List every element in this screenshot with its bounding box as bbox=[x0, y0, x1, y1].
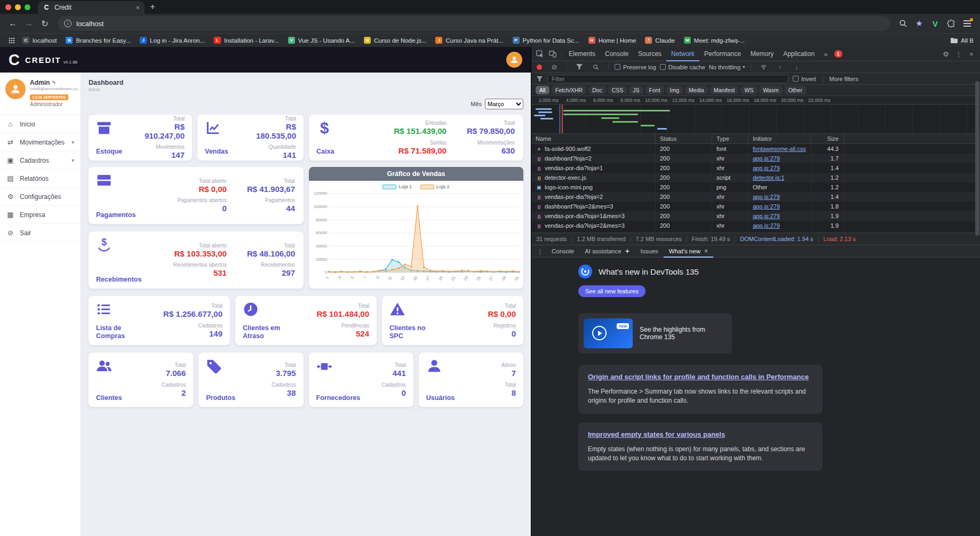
network-request-row[interactable]: {}vendas-por-dia?loja=1200xhrapp.js:2791… bbox=[531, 163, 980, 173]
drawer-tab-issues[interactable]: Issues bbox=[635, 245, 664, 258]
more-filters-button[interactable]: More filters bbox=[830, 76, 858, 82]
close-icon[interactable]: × bbox=[704, 247, 708, 255]
bookmark-item[interactable]: PPython for Data Sc... bbox=[513, 37, 579, 44]
network-request-row[interactable]: Afa-solid-900.woff2200fontfontawesome-al… bbox=[531, 144, 980, 154]
initiator-link[interactable]: app.js:279 bbox=[753, 203, 780, 210]
network-column-header-waterfall[interactable] bbox=[844, 134, 980, 143]
devtools-tab-network[interactable]: Network bbox=[666, 47, 699, 61]
edit-pencil-icon[interactable]: ✎ bbox=[52, 80, 56, 85]
article-heading-link[interactable]: Improved empty states for various panels bbox=[588, 430, 813, 439]
filter-funnel-icon[interactable] bbox=[573, 61, 586, 73]
see-all-new-features-button[interactable]: See all new features bbox=[578, 285, 646, 297]
bookmark-item[interactable]: JCurso Java na Prát... bbox=[435, 37, 503, 44]
network-filter-chip[interactable]: Media bbox=[685, 86, 708, 94]
sidebar-item-configuracoes[interactable]: ⚙Configurações bbox=[0, 188, 81, 206]
sidebar-item-sair[interactable]: ⊘Sair bbox=[0, 224, 81, 242]
initiator-link[interactable]: app.js:279 bbox=[753, 213, 780, 219]
drawer-tab-ai-assistance[interactable]: AI assistance bbox=[579, 245, 635, 258]
devtools-tab-application[interactable]: Application bbox=[778, 47, 819, 61]
network-filter-chip[interactable]: Other bbox=[785, 86, 806, 94]
initiator-link[interactable]: app.js:279 bbox=[753, 222, 780, 229]
network-request-row[interactable]: ▣logo-icon-mini.png200pngOther1.2 bbox=[531, 182, 980, 192]
devtools-tab-sources[interactable]: Sources bbox=[633, 47, 666, 61]
import-har-icon[interactable]: ↑ bbox=[774, 61, 786, 73]
devtools-tab-memory[interactable]: Memory bbox=[746, 47, 778, 61]
drawer-menu-icon[interactable]: ⋮ bbox=[533, 245, 546, 257]
initiator-link[interactable]: app.js:279 bbox=[753, 155, 780, 162]
network-column-header[interactable]: Size bbox=[811, 134, 844, 143]
throttling-select[interactable]: No throttling▾ bbox=[709, 64, 745, 70]
drawer-tab-what-s-new[interactable]: What's new× bbox=[664, 245, 713, 258]
bookmark-item[interactable]: MMeet: mdg-zfwq-... bbox=[684, 37, 745, 44]
bookmark-item[interactable]: VVue JS - Usando A... bbox=[288, 37, 355, 44]
bookmark-item[interactable]: HHome | Home bbox=[588, 37, 636, 44]
sidebar-item-relatorios[interactable]: ▤Relatórios bbox=[0, 170, 81, 188]
network-filter-chip[interactable]: CSS bbox=[608, 86, 627, 94]
devtools-menu-icon[interactable]: ⋮ bbox=[952, 48, 965, 60]
bookmark-item[interactable]: NCurso de Node.js... bbox=[364, 37, 426, 44]
extension-v-icon[interactable]: V bbox=[928, 16, 943, 31]
header-user-avatar[interactable] bbox=[506, 52, 522, 68]
chrome-highlights-card[interactable]: new See the highlights from Chrome 135 bbox=[578, 313, 732, 354]
initiator-link[interactable]: app.js:279 bbox=[753, 165, 780, 171]
browser-tab[interactable]: C Credit × bbox=[38, 1, 145, 14]
network-request-row[interactable]: {}dashboard?loja=2200xhrapp.js:2791.7 bbox=[531, 154, 980, 163]
clear-network-log-icon[interactable]: ⊘ bbox=[548, 61, 561, 73]
settings-gear-icon[interactable]: ⚙ bbox=[939, 48, 952, 60]
network-filter-chip[interactable]: JS bbox=[629, 86, 643, 94]
apps-grid-icon[interactable] bbox=[6, 35, 17, 46]
network-column-header[interactable]: Status bbox=[656, 134, 712, 143]
network-filter-chip[interactable]: WS bbox=[740, 86, 757, 94]
disable-cache-checkbox[interactable]: Disable cache bbox=[660, 64, 705, 70]
article-heading-link[interactable]: Origin and script links for profile and … bbox=[588, 373, 813, 382]
drawer-tab-console[interactable]: Console bbox=[546, 245, 579, 258]
devtools-tab-elements[interactable]: Elements bbox=[564, 47, 600, 61]
month-select[interactable]: Março bbox=[485, 99, 523, 109]
browser-menu-icon[interactable] bbox=[960, 16, 975, 31]
address-bar[interactable]: i localhost bbox=[58, 16, 890, 31]
record-network-log-button[interactable] bbox=[537, 65, 542, 70]
network-filter-chip[interactable]: Manifest bbox=[710, 86, 739, 94]
preserve-log-checkbox[interactable]: Preserve log bbox=[615, 64, 656, 70]
scrollbar-thumb[interactable] bbox=[975, 81, 979, 236]
devtools-tab-console[interactable]: Console bbox=[600, 47, 633, 61]
network-conditions-icon[interactable] bbox=[757, 61, 770, 73]
network-column-header[interactable]: Name bbox=[531, 134, 656, 143]
devtools-tab-performance[interactable]: Performance bbox=[699, 47, 746, 61]
initiator-link[interactable]: app.js:279 bbox=[753, 194, 780, 200]
all-bookmarks-button[interactable]: All B bbox=[950, 37, 974, 44]
window-zoom-button[interactable] bbox=[25, 4, 30, 10]
more-tabs-icon[interactable]: » bbox=[819, 48, 832, 60]
network-overview[interactable] bbox=[531, 105, 980, 134]
bookmark-item[interactable]: Clocalhost bbox=[22, 37, 57, 44]
export-har-icon[interactable]: ↓ bbox=[790, 61, 803, 73]
network-request-row[interactable]: {}vendas-por-dia?loja=2200xhrapp.js:2791… bbox=[531, 192, 980, 202]
invert-filter-checkbox[interactable]: Invert bbox=[793, 76, 816, 82]
network-request-row[interactable]: {}vendas-por-dia?loja=1&mes=3200xhrapp.j… bbox=[531, 211, 980, 221]
search-icon[interactable] bbox=[589, 61, 602, 73]
sidebar-item-cadastros[interactable]: ▣Cadastros▾ bbox=[0, 151, 81, 170]
forward-button[interactable]: → bbox=[21, 16, 36, 31]
sidebar-item-empresa[interactable]: ▦Empresa bbox=[0, 206, 81, 224]
network-request-row[interactable]: {}vendas-por-dia?loja=2&mes=3200xhrapp.j… bbox=[531, 221, 980, 230]
initiator-link[interactable]: fontawesome-all.css bbox=[753, 146, 806, 152]
sidebar-item-movimentacoes[interactable]: ⇄Movimentações▾ bbox=[0, 133, 81, 151]
network-filter-chip[interactable]: Font bbox=[646, 86, 664, 94]
inspect-element-icon[interactable] bbox=[533, 48, 546, 60]
user-avatar[interactable] bbox=[5, 79, 26, 99]
window-minimize-button[interactable] bbox=[15, 4, 21, 10]
bookmark-star-icon[interactable]: ★ bbox=[912, 16, 927, 31]
network-filter-chip[interactable]: Doc bbox=[588, 86, 606, 94]
bookmark-item[interactable]: LInstallation - Larav... bbox=[214, 37, 279, 44]
network-request-row[interactable]: {}detector-exec.js200scriptdetector.js:1… bbox=[531, 173, 980, 182]
window-close-button[interactable] bbox=[5, 4, 11, 10]
network-filter-chip[interactable]: Wasm bbox=[759, 86, 782, 94]
extensions-puzzle-icon[interactable] bbox=[944, 16, 959, 31]
bookmark-item[interactable]: JLog in - Jira Anron... bbox=[140, 37, 205, 44]
zoom-icon[interactable] bbox=[896, 16, 911, 31]
network-column-header[interactable]: Type bbox=[712, 134, 748, 143]
error-count-badge[interactable]: 1 bbox=[834, 50, 842, 58]
network-filter-chip[interactable]: All bbox=[536, 86, 549, 94]
sidebar-item-inicio[interactable]: ⌂Início bbox=[0, 115, 81, 133]
network-filter-input[interactable] bbox=[547, 75, 788, 83]
